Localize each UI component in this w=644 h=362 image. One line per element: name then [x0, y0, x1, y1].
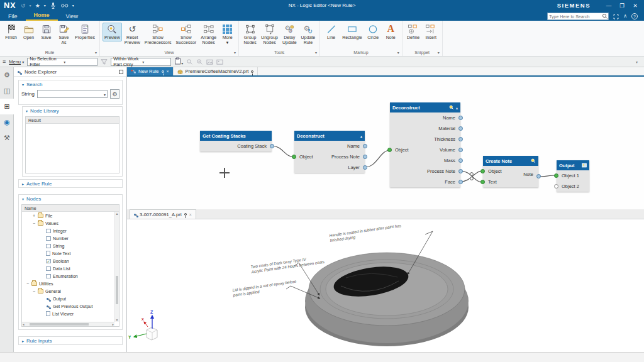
- group-dropdown-icon[interactable]: ▾: [234, 50, 236, 55]
- tree-item[interactable]: −General: [22, 287, 114, 295]
- port-layer[interactable]: [363, 165, 367, 170]
- scrollbar-thumb[interactable]: [116, 276, 118, 305]
- group-dropdown-icon[interactable]: ▾: [315, 50, 317, 55]
- scroll-up-icon[interactable]: ▲: [115, 212, 119, 216]
- search-section-header[interactable]: ▾ Search: [19, 80, 122, 89]
- group-dropdown-icon[interactable]: ▾: [438, 50, 440, 55]
- minimize-ribbon-icon[interactable]: ∧: [623, 13, 627, 19]
- line-button[interactable]: Line: [323, 23, 340, 41]
- tree-item[interactable]: Output: [22, 295, 114, 302]
- save-as-button[interactable]: Save As: [55, 23, 72, 47]
- rectangle-button[interactable]: Rectangle: [340, 23, 364, 41]
- toolbar-overflow-icon[interactable]: ▾: [636, 60, 641, 64]
- scroll-left-icon[interactable]: ◂: [23, 322, 25, 327]
- port-mass[interactable]: [458, 158, 463, 163]
- tree-item[interactable]: Data List: [22, 265, 114, 272]
- port-object-2[interactable]: [554, 184, 558, 189]
- command-search[interactable]: [547, 13, 609, 20]
- port-thickness[interactable]: [458, 137, 463, 141]
- arrange-nodes-button[interactable]: Arrange Nodes: [199, 23, 218, 47]
- sidebar-tools-icon[interactable]: ⚒: [0, 130, 14, 146]
- tree-item[interactable]: String: [22, 242, 114, 250]
- zoom-in-tool-icon[interactable]: [196, 58, 203, 65]
- tree-item[interactable]: −Values: [22, 219, 114, 227]
- favorites-dropdown-icon[interactable]: ▾: [44, 3, 46, 8]
- logic-graph-canvas[interactable]: Get Coating Stacks Coating Stack Deconst…: [127, 77, 644, 209]
- scroll-down-icon[interactable]: ▼: [115, 318, 119, 322]
- node-create-note[interactable]: Create Note Object Text Note: [483, 156, 538, 187]
- scroll-right-icon[interactable]: ▸: [112, 322, 114, 327]
- tree-item[interactable]: Note Text: [22, 250, 114, 257]
- tree-item[interactable]: ✓Boolean: [22, 257, 114, 265]
- snapshot-icon[interactable]: [206, 58, 213, 65]
- node-library-header[interactable]: ▾ Node Library: [23, 107, 122, 115]
- search-settings-button[interactable]: ⚙: [110, 89, 119, 99]
- tree-expander[interactable]: −: [26, 282, 30, 286]
- active-rule-header[interactable]: ▸ Active Rule: [19, 180, 122, 188]
- tab-new-rule[interactable]: New Rule ×: [127, 67, 174, 75]
- port-object[interactable]: [387, 148, 392, 152]
- string-combo[interactable]: ▾: [37, 90, 108, 98]
- undo-icon[interactable]: ↺: [21, 3, 26, 9]
- port-process-note[interactable]: [458, 169, 463, 173]
- sidebar-part-icon[interactable]: ◫: [0, 83, 14, 99]
- undo-dropdown-icon[interactable]: ▾: [30, 3, 31, 8]
- tree-item[interactable]: +File: [22, 212, 114, 219]
- port-object-1[interactable]: [554, 173, 558, 178]
- save-button[interactable]: Save: [38, 23, 55, 41]
- update-rule-button[interactable]: ⚙↻ Update Rule: [299, 23, 318, 47]
- node-library-list[interactable]: Result: [25, 116, 119, 173]
- favorites-icon[interactable]: ★: [35, 3, 40, 9]
- tree-item[interactable]: Integer: [22, 227, 114, 234]
- rule-inputs-header[interactable]: ▸ Rule Inputs: [19, 337, 122, 345]
- port-volume[interactable]: [458, 148, 463, 152]
- tab-part-file[interactable]: PremiereCoffeeMachineV2.prt: [174, 67, 258, 75]
- note-button[interactable]: A Note: [382, 23, 399, 41]
- preview-enabled-icon[interactable]: [531, 158, 536, 163]
- close-button[interactable]: ✕: [631, 3, 639, 9]
- tab-file[interactable]: File: [0, 13, 26, 21]
- preview-enabled-icon[interactable]: [449, 105, 454, 110]
- collapse-node-icon[interactable]: ▴: [360, 134, 362, 138]
- tree-item[interactable]: List Viewer: [22, 310, 114, 317]
- node-deconstruct-1[interactable]: Deconstruct▴ Name ObjectProcess Note Lay…: [294, 131, 365, 173]
- sidebar-settings-icon[interactable]: ⚙: [0, 67, 14, 83]
- quickaccess-dropdown-icon[interactable]: ▾: [72, 3, 74, 8]
- port-name[interactable]: [458, 116, 463, 120]
- export-image-icon[interactable]: [216, 58, 223, 65]
- tab-part-preview[interactable]: 3-007-000091_A.prt ×: [130, 209, 196, 219]
- node-get-coating-stacks[interactable]: Get Coating Stacks Coating Stack: [200, 131, 272, 151]
- horizontal-scrollbar[interactable]: ◂ ▸: [22, 322, 114, 326]
- pin-icon[interactable]: [184, 213, 187, 216]
- sidebar-node-explorer-icon[interactable]: ⊞: [0, 99, 14, 114]
- command-search-input[interactable]: [548, 13, 602, 19]
- tree-item[interactable]: Get Previous Output: [22, 302, 114, 310]
- nodes-section-header[interactable]: ▾ Nodes: [19, 195, 122, 203]
- tree-expander[interactable]: −: [32, 289, 36, 293]
- microphone-icon[interactable]: [50, 2, 57, 9]
- lid-model[interactable]: [305, 253, 469, 346]
- port-process-note[interactable]: [363, 155, 367, 159]
- tree-item[interactable]: Number: [22, 234, 114, 242]
- collapse-node-icon[interactable]: ▴: [456, 106, 458, 110]
- insert-snippet-button[interactable]: Insert: [423, 23, 440, 41]
- group-nodes-button[interactable]: Group Nodes: [242, 23, 258, 47]
- node-deconstruct-2[interactable]: Deconstruct ▴ Name Material Thickness Ob…: [390, 102, 460, 187]
- port-face[interactable]: [458, 180, 463, 184]
- search-icon[interactable]: [602, 13, 608, 19]
- share-icon[interactable]: [60, 3, 69, 9]
- properties-button[interactable]: Properties: [73, 23, 97, 41]
- tree-expander[interactable]: +: [32, 214, 36, 218]
- 3d-viewport[interactable]: Handle is coated in rubber after paint h…: [127, 219, 644, 352]
- hamburger-icon[interactable]: ≡: [3, 58, 6, 65]
- more-button[interactable]: More ▾: [219, 23, 236, 47]
- delay-update-button[interactable]: ⚙⚙ Delay Update: [280, 23, 299, 47]
- tab-home[interactable]: Home: [26, 11, 58, 21]
- menu-button[interactable]: Menu ▾: [9, 59, 24, 65]
- selection-filter-dropdown[interactable]: No Selection Filter▾: [27, 58, 97, 66]
- group-dropdown-icon[interactable]: ▾: [397, 50, 399, 55]
- restore-button[interactable]: ❐: [618, 3, 626, 9]
- scope-dropdown[interactable]: Within Work Part Only▾: [111, 58, 171, 66]
- port-object[interactable]: [292, 155, 296, 159]
- show-predecessors-button[interactable]: Show Predecessors: [143, 23, 174, 47]
